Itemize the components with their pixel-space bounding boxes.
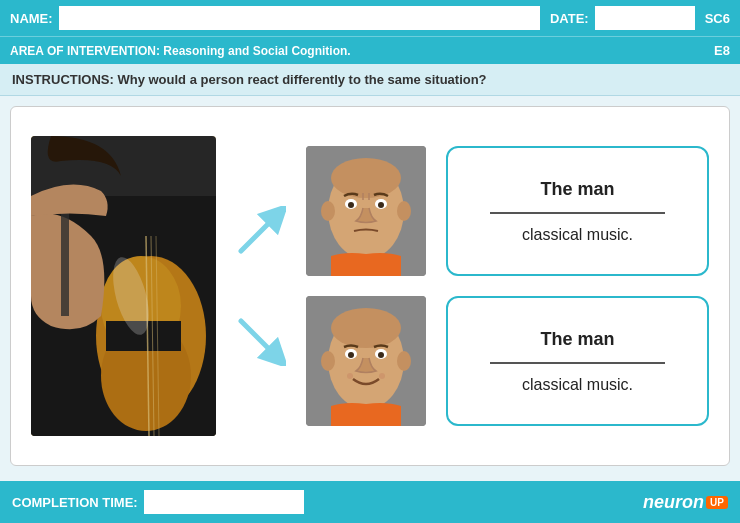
- logo-badge: UP: [706, 496, 728, 509]
- arrow-down-icon: [236, 316, 286, 366]
- svg-point-22: [378, 202, 384, 208]
- response-box-2: The man classical music.: [446, 296, 709, 426]
- svg-point-33: [348, 352, 354, 358]
- logo-text: neuron: [643, 492, 704, 513]
- main-content: The man classical music. The man classic…: [10, 106, 730, 466]
- area-prefix: AREA OF INTERVENTION:: [10, 44, 160, 58]
- code2-label: E8: [714, 43, 730, 58]
- response-line-2: [490, 362, 665, 364]
- svg-point-18: [331, 158, 401, 198]
- completion-time-label: COMPLETION TIME:: [12, 495, 138, 510]
- response-title-1: The man: [468, 179, 687, 200]
- svg-point-25: [321, 201, 335, 221]
- code1-label: SC6: [705, 11, 730, 26]
- cello-svg: [31, 136, 216, 436]
- face2-svg: [306, 296, 426, 426]
- instructions-text: Why would a person react differently to …: [114, 72, 487, 87]
- footer: COMPLETION TIME: neuronUP: [0, 481, 740, 523]
- arrow-area: [236, 206, 286, 366]
- response-subtitle-2: classical music.: [468, 376, 687, 394]
- svg-point-37: [321, 351, 335, 371]
- svg-point-21: [348, 202, 354, 208]
- response-subtitle-1: classical music.: [468, 226, 687, 244]
- date-label: DATE:: [550, 11, 589, 26]
- date-input[interactable]: [595, 6, 695, 30]
- cello-image: [31, 136, 216, 436]
- svg-point-36: [379, 373, 385, 379]
- svg-point-38: [397, 351, 411, 371]
- logo: neuronUP: [643, 492, 728, 513]
- svg-line-13: [241, 214, 278, 251]
- response-line-1: [490, 212, 665, 214]
- instructions-row: INSTRUCTIONS: Why would a person react d…: [0, 64, 740, 96]
- face1-image: [306, 146, 426, 276]
- response-box-1: The man classical music.: [446, 146, 709, 276]
- responses-column: The man classical music. The man classic…: [446, 146, 709, 426]
- face1-svg: [306, 146, 426, 276]
- svg-point-30: [331, 308, 401, 348]
- svg-point-34: [378, 352, 384, 358]
- svg-point-26: [397, 201, 411, 221]
- header-row2: AREA OF INTERVENTION: Reasoning and Soci…: [0, 36, 740, 64]
- face2-image: [306, 296, 426, 426]
- area-of-intervention: AREA OF INTERVENTION: Reasoning and Soci…: [10, 44, 351, 58]
- name-input[interactable]: [59, 6, 540, 30]
- area-text: Reasoning and Social Cognition.: [160, 44, 351, 58]
- svg-rect-11: [31, 136, 216, 436]
- header-row1: NAME: DATE: SC6: [0, 0, 740, 36]
- response-title-2: The man: [468, 329, 687, 350]
- completion-time-input[interactable]: [144, 490, 304, 514]
- svg-line-15: [241, 321, 278, 358]
- instructions-prefix: INSTRUCTIONS:: [12, 72, 114, 87]
- arrow-up-icon: [236, 206, 286, 256]
- name-label: NAME:: [10, 11, 53, 26]
- svg-point-35: [347, 373, 353, 379]
- faces-column: [306, 146, 426, 426]
